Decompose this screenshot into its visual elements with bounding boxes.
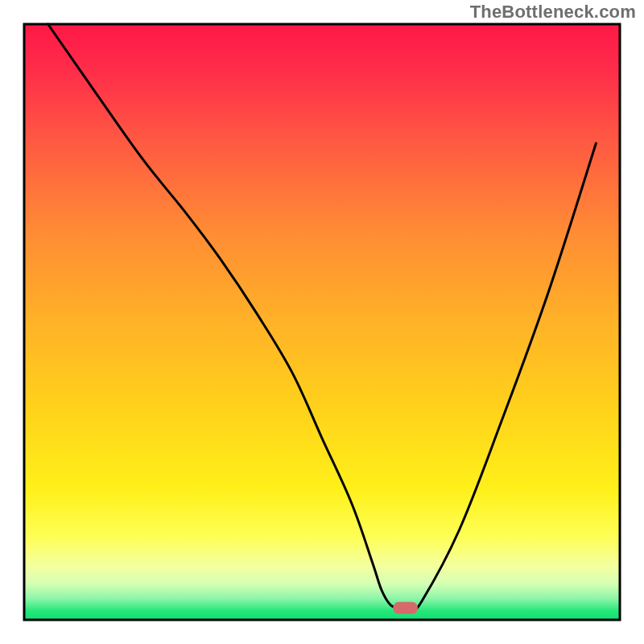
chart-container: TheBottleneck.com	[0, 0, 644, 644]
watermark-text: TheBottleneck.com	[470, 2, 636, 23]
bottleneck-chart	[0, 0, 644, 644]
plot-background	[24, 24, 620, 620]
indicator-marker	[393, 602, 418, 614]
